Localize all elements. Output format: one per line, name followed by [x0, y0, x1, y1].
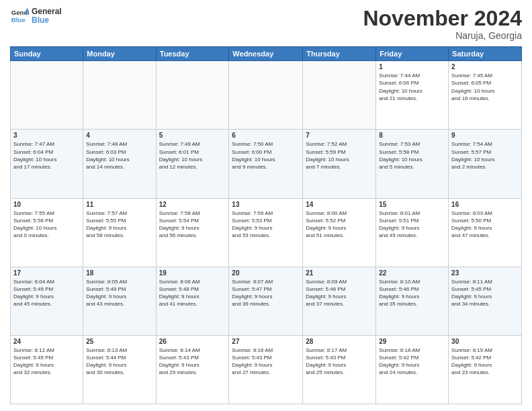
day-number: 9 — [451, 132, 519, 139]
day-number: 20 — [232, 269, 300, 277]
day-info: Sunrise: 7:52 AM Sunset: 5:59 PM Dayligh… — [306, 140, 373, 171]
day-number: 1 — [379, 63, 445, 71]
calendar-cell: 8Sunrise: 7:53 AM Sunset: 5:58 PM Daylig… — [376, 130, 449, 198]
day-info: Sunrise: 8:18 AM Sunset: 5:42 PM Dayligh… — [379, 347, 445, 377]
day-number: 11 — [86, 201, 152, 208]
day-info: Sunrise: 7:45 AM Sunset: 6:05 PM Dayligh… — [451, 72, 519, 102]
day-info: Sunrise: 7:53 AM Sunset: 5:58 PM Dayligh… — [379, 140, 445, 171]
day-number: 10 — [13, 201, 80, 208]
day-info: Sunrise: 8:13 AM Sunset: 5:44 PM Dayligh… — [86, 347, 152, 377]
day-number: 23 — [451, 269, 519, 277]
day-number: 22 — [379, 269, 445, 277]
table-row: 17Sunrise: 8:04 AM Sunset: 5:49 PM Dayli… — [11, 267, 522, 335]
day-info: Sunrise: 8:10 AM Sunset: 5:46 PM Dayligh… — [379, 278, 445, 308]
calendar-cell: 10Sunrise: 7:55 AM Sunset: 5:56 PM Dayli… — [11, 198, 83, 267]
day-number: 3 — [13, 132, 80, 139]
calendar-cell: 15Sunrise: 8:01 AM Sunset: 5:51 PM Dayli… — [376, 198, 449, 267]
calendar-cell: 2Sunrise: 7:45 AM Sunset: 6:05 PM Daylig… — [449, 61, 522, 130]
day-number: 16 — [451, 201, 519, 208]
calendar-cell: 18Sunrise: 8:05 AM Sunset: 5:49 PM Dayli… — [83, 267, 156, 335]
calendar-cell — [303, 61, 376, 130]
calendar-cell: 21Sunrise: 8:09 AM Sunset: 5:46 PM Dayli… — [303, 267, 376, 335]
logo-blue: Blue — [32, 16, 62, 25]
day-info: Sunrise: 7:48 AM Sunset: 6:03 PM Dayligh… — [86, 140, 152, 171]
day-number: 8 — [379, 132, 445, 139]
calendar-table: Sunday Monday Tuesday Wednesday Thursday… — [10, 46, 522, 404]
calendar-cell: 11Sunrise: 7:57 AM Sunset: 5:55 PM Dayli… — [83, 198, 156, 267]
day-number: 7 — [306, 132, 373, 139]
day-info: Sunrise: 8:05 AM Sunset: 5:49 PM Dayligh… — [86, 278, 152, 308]
calendar-cell: 4Sunrise: 7:48 AM Sunset: 6:03 PM Daylig… — [83, 130, 156, 198]
calendar-cell: 1Sunrise: 7:44 AM Sunset: 6:06 PM Daylig… — [376, 61, 449, 130]
day-number: 4 — [86, 132, 152, 139]
col-wednesday: Wednesday — [229, 47, 303, 61]
day-number: 15 — [379, 201, 445, 208]
logo-icon: General Blue — [10, 7, 29, 26]
day-info: Sunrise: 8:00 AM Sunset: 5:52 PM Dayligh… — [306, 210, 373, 240]
day-number: 12 — [159, 201, 226, 208]
day-info: Sunrise: 7:55 AM Sunset: 5:56 PM Dayligh… — [13, 210, 80, 240]
day-info: Sunrise: 7:44 AM Sunset: 6:06 PM Dayligh… — [379, 72, 445, 102]
calendar-cell: 14Sunrise: 8:00 AM Sunset: 5:52 PM Dayli… — [303, 198, 376, 267]
day-info: Sunrise: 8:11 AM Sunset: 5:45 PM Dayligh… — [451, 278, 519, 308]
logo: General Blue General Blue — [10, 7, 62, 26]
day-number: 27 — [232, 338, 300, 345]
calendar-cell: 25Sunrise: 8:13 AM Sunset: 5:44 PM Dayli… — [83, 335, 156, 404]
col-sunday: Sunday — [11, 47, 83, 61]
day-info: Sunrise: 8:03 AM Sunset: 5:50 PM Dayligh… — [451, 210, 519, 240]
day-number: 24 — [13, 338, 80, 345]
calendar-cell: 26Sunrise: 8:14 AM Sunset: 5:43 PM Dayli… — [156, 335, 229, 404]
calendar-cell: 6Sunrise: 7:50 AM Sunset: 6:00 PM Daylig… — [229, 130, 303, 198]
day-info: Sunrise: 7:57 AM Sunset: 5:55 PM Dayligh… — [86, 210, 152, 240]
day-number: 26 — [159, 338, 226, 345]
calendar-cell: 29Sunrise: 8:18 AM Sunset: 5:42 PM Dayli… — [376, 335, 449, 404]
day-number: 29 — [379, 338, 445, 345]
calendar-cell: 5Sunrise: 7:49 AM Sunset: 6:01 PM Daylig… — [156, 130, 229, 198]
calendar-cell: 7Sunrise: 7:52 AM Sunset: 5:59 PM Daylig… — [303, 130, 376, 198]
day-info: Sunrise: 7:59 AM Sunset: 5:53 PM Dayligh… — [232, 210, 300, 240]
col-thursday: Thursday — [303, 47, 376, 61]
day-info: Sunrise: 7:47 AM Sunset: 6:04 PM Dayligh… — [13, 140, 80, 171]
day-info: Sunrise: 7:58 AM Sunset: 5:54 PM Dayligh… — [159, 210, 226, 240]
day-info: Sunrise: 8:06 AM Sunset: 5:48 PM Dayligh… — [159, 278, 226, 308]
svg-marker-3 — [26, 11, 29, 15]
calendar-cell — [229, 61, 303, 130]
page: General Blue General Blue November 2024 … — [0, 0, 532, 411]
calendar-cell — [156, 61, 229, 130]
day-number: 28 — [306, 338, 373, 345]
day-number: 19 — [159, 269, 226, 277]
table-row: 1Sunrise: 7:44 AM Sunset: 6:06 PM Daylig… — [11, 61, 522, 130]
day-info: Sunrise: 8:04 AM Sunset: 5:49 PM Dayligh… — [13, 278, 80, 308]
table-row: 10Sunrise: 7:55 AM Sunset: 5:56 PM Dayli… — [11, 198, 522, 267]
day-info: Sunrise: 8:12 AM Sunset: 5:45 PM Dayligh… — [13, 347, 80, 377]
day-info: Sunrise: 7:49 AM Sunset: 6:01 PM Dayligh… — [159, 140, 226, 171]
col-tuesday: Tuesday — [156, 47, 229, 61]
day-info: Sunrise: 8:01 AM Sunset: 5:51 PM Dayligh… — [379, 210, 445, 240]
day-info: Sunrise: 8:14 AM Sunset: 5:43 PM Dayligh… — [159, 347, 226, 377]
calendar-cell: 20Sunrise: 8:07 AM Sunset: 5:47 PM Dayli… — [229, 267, 303, 335]
calendar-cell: 9Sunrise: 7:54 AM Sunset: 5:57 PM Daylig… — [449, 130, 522, 198]
day-number: 13 — [232, 201, 300, 208]
day-number: 6 — [232, 132, 300, 139]
day-number: 2 — [451, 63, 519, 71]
calendar-cell: 30Sunrise: 8:19 AM Sunset: 5:42 PM Dayli… — [449, 335, 522, 404]
header: General Blue General Blue November 2024 … — [10, 7, 522, 41]
day-number: 17 — [13, 269, 80, 277]
calendar-cell — [83, 61, 156, 130]
day-number: 14 — [306, 201, 373, 208]
day-info: Sunrise: 8:09 AM Sunset: 5:46 PM Dayligh… — [306, 278, 373, 308]
day-info: Sunrise: 8:07 AM Sunset: 5:47 PM Dayligh… — [232, 278, 300, 308]
month-title: November 2024 — [363, 7, 522, 30]
calendar-cell: 22Sunrise: 8:10 AM Sunset: 5:46 PM Dayli… — [376, 267, 449, 335]
calendar-cell: 16Sunrise: 8:03 AM Sunset: 5:50 PM Dayli… — [449, 198, 522, 267]
day-number: 5 — [159, 132, 226, 139]
calendar-cell: 24Sunrise: 8:12 AM Sunset: 5:45 PM Dayli… — [11, 335, 83, 404]
calendar-cell: 19Sunrise: 8:06 AM Sunset: 5:48 PM Dayli… — [156, 267, 229, 335]
day-number: 18 — [86, 269, 152, 277]
calendar-cell — [11, 61, 83, 130]
day-info: Sunrise: 8:19 AM Sunset: 5:42 PM Dayligh… — [451, 347, 519, 377]
title-block: November 2024 Naruja, Georgia — [363, 7, 522, 41]
day-info: Sunrise: 8:16 AM Sunset: 5:43 PM Dayligh… — [232, 347, 300, 377]
calendar-cell: 13Sunrise: 7:59 AM Sunset: 5:53 PM Dayli… — [229, 198, 303, 267]
col-saturday: Saturday — [449, 47, 522, 61]
